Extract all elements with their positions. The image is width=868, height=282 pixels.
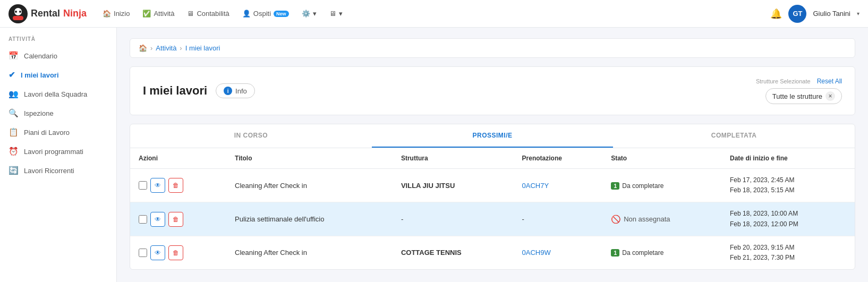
user-chevron[interactable]: ▾: [857, 11, 860, 16]
row3-checkbox[interactable]: [139, 249, 147, 257]
row3-prenotazione-link[interactable]: 0ACH9W: [522, 249, 551, 257]
row3-struttura: COTTAGE TENNIS: [393, 236, 514, 269]
nav-ospiti-label: Ospiti: [253, 10, 271, 18]
notification-bell[interactable]: 🔔: [770, 8, 782, 20]
breadcrumb-sep-2: ›: [180, 44, 182, 52]
sidebar-item-lavori-programmati[interactable]: ⏰ Lavori programmati: [0, 142, 116, 161]
col-struttura: Struttura: [393, 148, 514, 169]
breadcrumb-attivita[interactable]: Attività: [156, 44, 176, 52]
sidebar-section-label: ATTIVITÀ: [0, 36, 116, 46]
sidebar-piani-lavoro-label: Piani di Lavoro: [24, 129, 70, 136]
home-nav-icon: 🏠: [103, 10, 111, 18]
nav-items: 🏠 Inizio ✅ Attività 🖥 Contabilità 👤 Ospi…: [97, 6, 760, 21]
table-container: Azioni Titolo Struttura Prenotazione Sta…: [130, 148, 855, 269]
row1-actions: 👁 🗑: [130, 169, 226, 202]
row2-delete-button[interactable]: 🗑: [168, 212, 183, 227]
sidebar-item-lavori-squadra[interactable]: 👥 Lavori della Squadra: [0, 84, 116, 104]
user-name[interactable]: Giulio Tanini: [813, 10, 850, 18]
row2-dates: Feb 18, 2023, 10:00 AM Feb 18, 2023, 12:…: [721, 202, 855, 236]
table-header-row: Azioni Titolo Struttura Prenotazione Sta…: [130, 148, 855, 169]
page-header-left: I miei lavori i Info: [143, 83, 255, 98]
contabilita-nav-icon: 🖥: [187, 10, 194, 18]
nav-inizio[interactable]: 🏠 Inizio: [97, 6, 135, 21]
sidebar-lavori-programmati-label: Lavori programmati: [24, 148, 83, 156]
attivita-nav-icon: ✅: [142, 10, 151, 18]
col-stato: Stato: [602, 148, 721, 169]
sidebar-miei-lavori-label: I miei lavori: [21, 71, 59, 79]
strutture-close-button[interactable]: ×: [826, 91, 835, 101]
row2-prenotazione: -: [514, 202, 603, 236]
table-head: Azioni Titolo Struttura Prenotazione Sta…: [130, 148, 855, 169]
row1-checkbox[interactable]: [139, 181, 147, 190]
row3-dates: Feb 20, 2023, 9:15 AM Feb 21, 2023, 7:30…: [721, 236, 855, 269]
info-label: Info: [235, 87, 247, 95]
calendar-icon: 📅: [8, 51, 19, 61]
svg-point-4: [19, 11, 21, 13]
strutture-section-label: Strutture Selezionate: [756, 78, 811, 84]
strutture-tag: Tutte le strutture ×: [765, 88, 842, 104]
row3-stato-num: 1: [611, 249, 619, 257]
nav-contabilita[interactable]: 🖥 Contabilità: [182, 6, 234, 21]
svg-rect-2: [13, 16, 23, 20]
home-breadcrumb-icon[interactable]: 🏠: [139, 44, 147, 52]
nav-attivita[interactable]: ✅ Attività: [137, 6, 180, 21]
logo: RentalNinja: [8, 4, 87, 23]
logo-icon: [8, 4, 28, 23]
main-content: 🏠 › Attività › I miei lavori I miei lavo…: [117, 28, 868, 282]
strutture-tag-label: Tutte le strutture: [772, 92, 822, 100]
tab-completata[interactable]: COMPLETATA: [613, 124, 855, 148]
row1-dates: Feb 17, 2023, 2:45 AM Feb 18, 2023, 5:15…: [721, 169, 855, 202]
logo-rental: Rental: [31, 8, 60, 19]
reset-all-button[interactable]: Reset All: [817, 78, 842, 85]
team-icon: 👥: [8, 89, 19, 99]
info-circle-icon: i: [224, 87, 232, 95]
recur-icon: 🔄: [8, 166, 19, 175]
nav-contabilita-label: Contabilità: [197, 10, 229, 18]
row1-stato: 1 Da completare: [602, 169, 721, 202]
jobs-table: Azioni Titolo Struttura Prenotazione Sta…: [130, 148, 855, 269]
sidebar-item-miei-lavori[interactable]: ✔ I miei lavori: [0, 65, 116, 84]
nav-ospiti[interactable]: 👤 Ospiti New: [237, 6, 294, 21]
nav-settings[interactable]: ⚙️ ▾: [296, 6, 322, 21]
avatar: GT: [788, 5, 806, 23]
row3-prenotazione: 0ACH9W: [514, 236, 603, 269]
sidebar-lavori-ricorrenti-label: Lavori Ricorrenti: [24, 167, 74, 175]
row1-prenotazione: 0ACH7Y: [514, 169, 603, 202]
extra-chevron: ▾: [339, 10, 343, 18]
unassigned-icon: 🚫: [611, 215, 621, 224]
sidebar-item-calendario[interactable]: 📅 Calendario: [0, 46, 116, 65]
row1-struttura: VILLA JIU JITSU: [393, 169, 514, 202]
info-button[interactable]: i Info: [216, 83, 255, 98]
row3-view-button[interactable]: 👁: [150, 245, 165, 260]
table-body: 👁 🗑 Cleaning After Check in VILLA JIU JI…: [130, 169, 855, 270]
sidebar-item-piani-lavoro[interactable]: 📋 Piani di Lavoro: [0, 123, 116, 142]
row2-view-button[interactable]: 👁: [150, 212, 165, 227]
sidebar-item-lavori-ricorrenti[interactable]: 🔄 Lavori Ricorrenti: [0, 161, 116, 180]
col-date: Date di inizio e fine: [721, 148, 855, 169]
sidebar-item-ispezione[interactable]: 🔍 Ispezione: [0, 104, 116, 123]
checkmark-icon: ✔: [8, 70, 15, 80]
row2-checkbox[interactable]: [139, 215, 147, 224]
settings-chevron: ▾: [313, 10, 317, 18]
gear-icon: ⚙️: [302, 10, 310, 18]
tab-prossimi[interactable]: PROSSIMI/E: [372, 124, 614, 148]
table-row: 👁 🗑 Cleaning After Check in COTTAGE TENN…: [130, 236, 855, 269]
row3-delete-button[interactable]: 🗑: [168, 245, 183, 260]
breadcrumb-current: I miei lavori: [185, 44, 220, 52]
row1-view-button[interactable]: 👁: [150, 178, 165, 193]
sidebar-ispezione-label: Ispezione: [24, 109, 54, 117]
nav-extra[interactable]: 🖥 ▾: [324, 6, 348, 21]
row2-actions: 👁 🗑: [130, 202, 226, 236]
layout: ATTIVITÀ 📅 Calendario ✔ I miei lavori 👥 …: [0, 28, 868, 282]
col-prenotazione: Prenotazione: [514, 148, 603, 169]
ospiti-badge: New: [274, 11, 289, 17]
sidebar-calendario-label: Calendario: [24, 52, 57, 60]
row1-prenotazione-link[interactable]: 0ACH7Y: [522, 182, 549, 190]
row1-delete-button[interactable]: 🗑: [168, 178, 183, 193]
nav-attivita-label: Attività: [154, 10, 174, 18]
topnav: RentalNinja 🏠 Inizio ✅ Attività 🖥 Contab…: [0, 0, 868, 28]
tab-in-corso[interactable]: IN CORSO: [130, 124, 372, 148]
breadcrumb-sep-1: ›: [150, 44, 152, 52]
nav-inizio-label: Inizio: [114, 10, 130, 18]
search-icon: 🔍: [8, 108, 19, 118]
